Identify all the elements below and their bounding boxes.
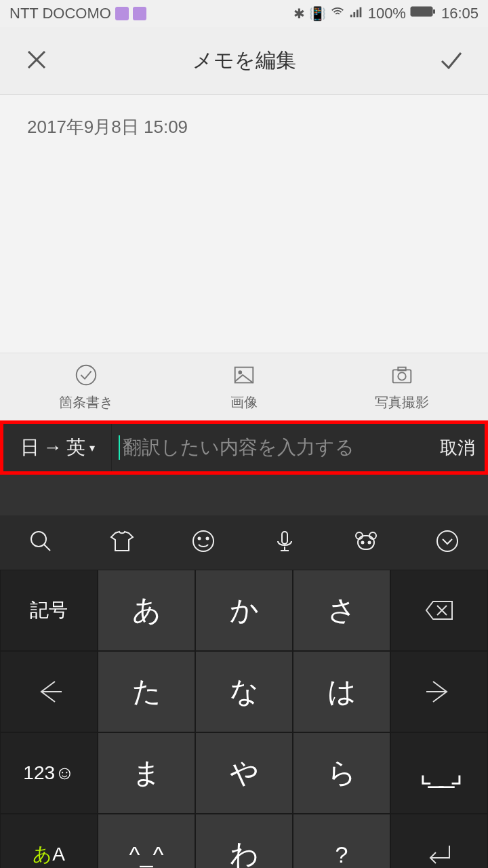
text-cursor	[119, 435, 120, 460]
camera-label: 写真撮影	[375, 393, 429, 412]
svg-rect-4	[411, 7, 432, 16]
collapse-icon[interactable]	[434, 528, 461, 557]
key-ra[interactable]: ら	[293, 732, 390, 814]
image-button[interactable]: 画像	[230, 362, 258, 412]
key-a[interactable]: あ	[98, 570, 195, 651]
svg-rect-16	[282, 532, 287, 544]
wifi-icon	[330, 5, 345, 23]
app-header: メモを編集	[0, 27, 488, 95]
bullet-label: 箇条書き	[59, 393, 113, 412]
svg-point-15	[207, 538, 209, 540]
key-mode-switch[interactable]: あA	[0, 814, 98, 868]
vibrate-icon: 📳	[309, 5, 326, 22]
svg-rect-3	[359, 7, 361, 17]
svg-point-22	[437, 531, 458, 551]
key-enter[interactable]	[390, 814, 488, 868]
svg-point-8	[239, 371, 241, 374]
key-ka[interactable]: か	[195, 570, 293, 651]
image-label: 画像	[230, 393, 258, 412]
key-symbol[interactable]: 記号	[0, 570, 98, 651]
carrier-label: NTT DOCOMO	[9, 5, 111, 22]
language-selector[interactable]: 日 → 英 ▾	[3, 424, 112, 471]
keyboard-toolbar	[0, 515, 488, 570]
lang-to: 英	[66, 435, 85, 460]
svg-rect-1	[353, 12, 355, 17]
svg-point-20	[362, 542, 364, 544]
key-wa[interactable]: わ	[195, 814, 293, 868]
bullet-list-button[interactable]: 箇条書き	[59, 362, 113, 412]
key-face[interactable]: ^_^	[98, 814, 195, 868]
signal-icon	[349, 5, 364, 23]
key-ya[interactable]: や	[195, 732, 293, 814]
key-punct[interactable]: ? 。 !	[293, 814, 390, 868]
svg-point-21	[369, 542, 371, 544]
keyboard: 記号 あ か さ た な は 123☺ ま や ら ⌞__⌟ あA ^_^ わ …	[0, 570, 488, 868]
cancel-label: 取消	[440, 436, 475, 460]
svg-rect-11	[399, 368, 406, 371]
mode-jp: あ	[33, 842, 52, 867]
svg-rect-19	[358, 536, 374, 549]
svg-point-10	[399, 372, 406, 380]
translate-bar: 日 → 英 ▾ 翻訳したい内容を入力する 取消	[0, 420, 488, 475]
memo-editor[interactable]: 2017年9月8日 15:09	[0, 95, 488, 353]
bluetooth-icon: ✱	[293, 5, 305, 22]
mode-en: A	[52, 844, 65, 865]
key-numeric[interactable]: 123☺	[0, 732, 98, 814]
key-sa[interactable]: さ	[293, 570, 390, 651]
key-q-main: ?	[336, 842, 348, 868]
bear-icon[interactable]	[352, 528, 380, 557]
mic-icon[interactable]	[271, 528, 298, 557]
page-title: メモを編集	[192, 47, 296, 75]
camera-button[interactable]: 写真撮影	[375, 362, 429, 412]
key-right[interactable]	[390, 651, 488, 732]
close-icon[interactable]	[23, 46, 50, 76]
svg-point-12	[31, 532, 46, 547]
key-ma[interactable]: ま	[98, 732, 195, 814]
key-ta[interactable]: た	[98, 651, 195, 732]
svg-rect-2	[357, 9, 359, 17]
arrow-right-icon: →	[43, 437, 62, 458]
svg-point-6	[76, 366, 96, 385]
key-space[interactable]: ⌞__⌟	[390, 732, 488, 814]
key-na[interactable]: な	[195, 651, 293, 732]
suggestion-strip	[0, 475, 488, 515]
svg-rect-0	[350, 14, 352, 17]
translate-placeholder: 翻訳したい内容を入力する	[123, 435, 354, 460]
status-app-icon-2	[133, 7, 146, 20]
status-app-icon-1	[115, 7, 129, 20]
chevron-down-icon: ▾	[89, 441, 95, 454]
tshirt-icon[interactable]	[108, 528, 136, 557]
search-icon[interactable]	[27, 528, 54, 557]
key-left[interactable]	[0, 651, 98, 732]
battery-icon	[410, 5, 437, 22]
status-bar: NTT DOCOMO ✱ 📳 100% 16:05	[0, 0, 488, 27]
emoji-icon[interactable]	[190, 528, 217, 557]
battery-percent: 100%	[368, 5, 406, 22]
key-backspace[interactable]	[390, 570, 488, 651]
memo-timestamp: 2017年9月8日 15:09	[27, 115, 461, 139]
svg-point-13	[193, 531, 214, 551]
memo-toolbar: 箇条書き 画像 写真撮影	[0, 353, 488, 420]
translate-input[interactable]: 翻訳したい内容を入力する	[112, 424, 430, 471]
confirm-icon[interactable]	[438, 46, 465, 76]
cancel-button[interactable]: 取消	[430, 424, 485, 471]
key-ha[interactable]: は	[293, 651, 390, 732]
svg-rect-5	[433, 9, 435, 14]
lang-from: 日	[20, 435, 39, 460]
svg-point-14	[199, 538, 201, 540]
clock: 16:05	[441, 5, 479, 22]
